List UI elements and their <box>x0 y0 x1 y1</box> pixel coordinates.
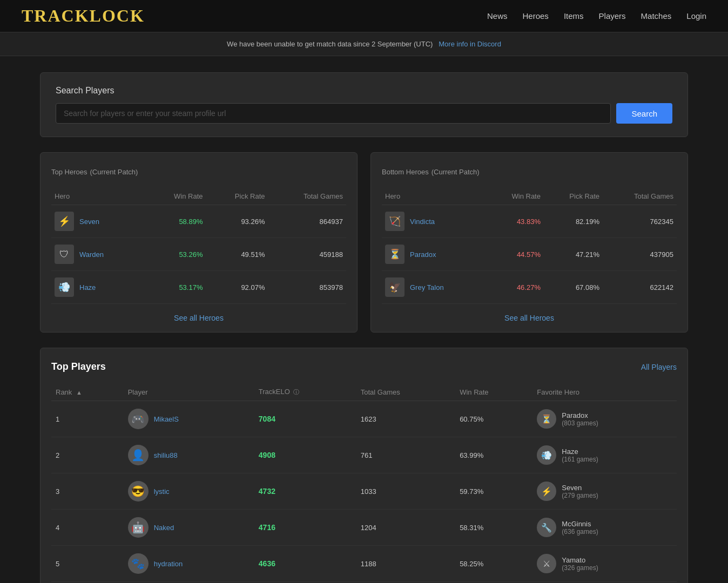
player-avatar: 🎮 <box>128 409 149 429</box>
player-link[interactable]: hydration <box>154 560 183 568</box>
see-all-top-heroes-link[interactable]: See all Heroes <box>174 314 224 322</box>
hero-link[interactable]: Paradox <box>410 250 436 259</box>
fav-hero-cell: 🔧 McGinnis (636 games) <box>532 510 677 546</box>
win-rate-cell: 43.83% <box>487 205 544 238</box>
player-link[interactable]: shiliu88 <box>154 451 178 459</box>
th-pickrate-b: Pick Rate <box>544 188 603 205</box>
player-link[interactable]: MikaelS <box>154 415 179 423</box>
nav-players[interactable]: Players <box>599 11 626 21</box>
players-section: Top Players All Players Rank ▲ Player Tr… <box>40 348 688 583</box>
fav-hero-avatar: 🔧 <box>537 518 556 537</box>
total-games-cell: 864937 <box>268 205 346 238</box>
table-row: 4 🤖 Naked 4716 1204 58.31% 🔧 McGinnis (6… <box>51 510 677 546</box>
player-cell: 🐾 hydration <box>124 546 254 582</box>
heroes-grid: Top Heroes (Current Patch) Hero Win Rate… <box>40 152 688 333</box>
win-rate-value: 46.27% <box>517 283 541 292</box>
win-rate-value: 58.89% <box>179 218 203 226</box>
winrate-cell: 60.75% <box>455 401 532 437</box>
th-totalgames-b: Total Games <box>603 188 677 205</box>
hero-link[interactable]: Vindicta <box>410 218 435 226</box>
table-row: ⏳ Paradox 44.57% 47.21% 437905 <box>382 238 677 271</box>
player-link[interactable]: Naked <box>154 524 174 532</box>
table-row: 3 😎 lystic 4732 1033 59.73% ⚡ Seven (279… <box>51 473 677 510</box>
search-input[interactable] <box>56 103 611 124</box>
games-cell: 1204 <box>356 510 455 546</box>
hero-link[interactable]: Grey Talon <box>410 283 444 292</box>
hero-cell: ⚡ Seven <box>51 205 146 238</box>
banner-link[interactable]: More info in Discord <box>439 40 501 48</box>
player-cell: 🎮 MikaelS <box>124 401 254 437</box>
hero-link[interactable]: Warden <box>79 250 104 259</box>
elo-cell: 4636 <box>254 546 356 582</box>
player-link[interactable]: lystic <box>154 487 170 496</box>
fav-hero-games: (161 games) <box>562 456 598 463</box>
hero-cell: ⏳ Paradox <box>382 238 487 271</box>
nav-items[interactable]: Items <box>564 11 584 21</box>
nav-matches[interactable]: Matches <box>641 11 672 21</box>
th-winrate: Win Rate <box>146 188 206 205</box>
th-winrate-b: Win Rate <box>487 188 544 205</box>
fav-hero-info: Yamato (326 games) <box>562 556 598 572</box>
th-winrate-p: Win Rate <box>455 383 532 401</box>
rank-cell: 1 <box>51 401 124 437</box>
search-section: Search Players Search <box>40 72 688 137</box>
table-row: 2 👤 shiliu88 4908 761 63.99% 💨 Haze (161… <box>51 437 677 473</box>
table-row: 🏹 Vindicta 43.83% 82.19% 762345 <box>382 205 677 238</box>
see-all-bottom-heroes-link[interactable]: See all Heroes <box>504 314 554 322</box>
pick-rate-cell: 82.19% <box>544 205 603 238</box>
hero-avatar: 🛡 <box>55 245 74 264</box>
player-avatar: 🤖 <box>128 517 149 538</box>
fav-hero-name: McGinnis <box>562 520 598 528</box>
nav-login[interactable]: Login <box>686 11 706 21</box>
elo-value: 4732 <box>259 487 275 496</box>
nav-heroes[interactable]: Heroes <box>523 11 549 21</box>
hero-link[interactable]: Haze <box>79 283 96 292</box>
player-avatar: 🐾 <box>128 553 149 574</box>
table-row: 🦅 Grey Talon 46.27% 67.08% 622142 <box>382 271 677 304</box>
winrate-cell: 63.99% <box>455 437 532 473</box>
players-header: Top Players All Players <box>51 361 677 372</box>
elo-cell: 4908 <box>254 437 356 473</box>
fav-hero-cell: ⚔ Yamato (326 games) <box>532 546 677 582</box>
games-cell: 1623 <box>356 401 455 437</box>
win-rate-cell: 53.17% <box>146 271 206 304</box>
fav-hero-games: (279 games) <box>562 492 598 499</box>
player-cell: 👤 shiliu88 <box>124 437 254 473</box>
elo-cell: 4732 <box>254 473 356 510</box>
fav-hero-avatar: ⏳ <box>537 409 556 429</box>
table-row: ⚡ Seven 58.89% 93.26% 864937 <box>51 205 346 238</box>
hero-link[interactable]: Seven <box>79 218 99 226</box>
th-totalgames: Total Games <box>268 188 346 205</box>
fav-hero-cell: ⏳ Paradox (803 games) <box>532 401 677 437</box>
th-favhero: Favorite Hero <box>532 383 677 401</box>
player-avatar: 😎 <box>128 481 149 501</box>
navbar: TRACKLOCK News Heroes Items Players Matc… <box>0 0 728 32</box>
th-player: Player <box>124 383 254 401</box>
search-button[interactable]: Search <box>616 103 672 124</box>
nav-news[interactable]: News <box>487 11 508 21</box>
all-players-link[interactable]: All Players <box>641 363 677 371</box>
rank-sort-icon: ▲ <box>76 389 82 396</box>
win-rate-cell: 58.89% <box>146 205 206 238</box>
win-rate-value: 44.57% <box>517 250 541 259</box>
table-row: 1 🎮 MikaelS 7084 1623 60.75% ⏳ Paradox (… <box>51 401 677 437</box>
fav-hero-info: Haze (161 games) <box>562 448 598 463</box>
rank-cell: 5 <box>51 546 124 582</box>
win-rate-cell: 53.26% <box>146 238 206 271</box>
logo[interactable]: TRACKLOCK <box>22 6 145 26</box>
fav-hero-name: Paradox <box>562 411 598 419</box>
player-cell: 🤖 Naked <box>124 510 254 546</box>
see-all-top-heroes: See all Heroes <box>51 304 346 332</box>
winrate-cell: 59.73% <box>455 473 532 510</box>
th-rank: Rank ▲ <box>51 383 124 401</box>
elo-value: 4908 <box>259 451 275 459</box>
fav-hero-avatar: 💨 <box>537 445 556 465</box>
top-heroes-title: Top Heroes (Current Patch) <box>51 166 346 177</box>
hero-avatar: 🦅 <box>385 277 405 297</box>
search-title: Search Players <box>56 86 672 96</box>
players-title: Top Players <box>51 361 106 372</box>
win-rate-cell: 46.27% <box>487 271 544 304</box>
top-heroes-table: Hero Win Rate Pick Rate Total Games ⚡ Se… <box>51 188 346 304</box>
winrate-cell: 58.25% <box>455 546 532 582</box>
pick-rate-cell: 49.51% <box>206 238 268 271</box>
